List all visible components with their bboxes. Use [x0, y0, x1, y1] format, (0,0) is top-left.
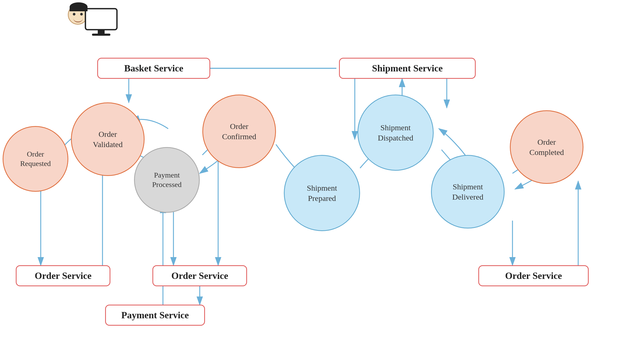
shipment-prepared-node: ShipmentPrepared [284, 155, 360, 231]
svg-rect-2 [92, 34, 110, 36]
basket-service-box: Basket Service [97, 58, 210, 79]
svg-rect-0 [85, 9, 117, 30]
order-requested-node: OrderRequested [3, 126, 68, 192]
order-service-box-1: Order Service [16, 265, 110, 286]
order-service-box-3: Order Service [478, 265, 589, 286]
shipment-service-box: Shipment Service [339, 58, 476, 79]
order-validated-node: OrderValidated [71, 102, 145, 176]
shipment-delivered-node: ShipmentDelivered [431, 155, 505, 228]
payment-processed-node: PaymentProcessed [134, 147, 200, 213]
order-completed-node: OrderCompleted [510, 110, 583, 184]
order-service-box-2: Order Service [152, 265, 247, 286]
payment-service-box: Payment Service [105, 305, 205, 326]
monitor-icon [84, 7, 118, 37]
shipment-dispatched-node: ShipmentDispatched [357, 95, 434, 171]
diagram: Basket Service Shipment Service Order Se… [0, 0, 636, 364]
order-confirmed-node: OrderConfirmed [202, 95, 276, 168]
